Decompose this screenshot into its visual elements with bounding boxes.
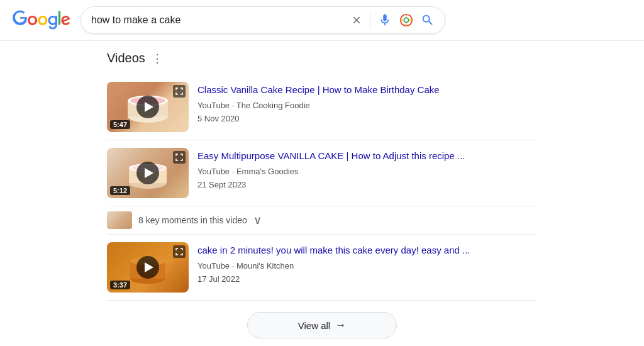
header: [0, 0, 644, 41]
play-button-2[interactable]: [136, 162, 159, 184]
video-list: 5:47 Classic Vanilla Cake Recipe | How t…: [107, 74, 537, 300]
svg-point-0: [404, 18, 408, 22]
expand-icon-2[interactable]: [173, 151, 186, 164]
video-meta-3: YouTube · Mouni's Kitchen 17 Jul 2022: [197, 260, 537, 286]
mic-icon: [378, 13, 392, 27]
clear-search-button[interactable]: [351, 14, 362, 26]
play-button-3[interactable]: [136, 256, 159, 279]
close-icon: [351, 14, 362, 26]
video-source-1: YouTube · The Cooking Foodie: [197, 101, 310, 110]
video-date-1: 5 Nov 2020: [197, 114, 240, 123]
play-button-1[interactable]: [136, 96, 159, 118]
duration-badge-3: 3:37: [110, 281, 130, 289]
video-title-1[interactable]: Classic Vanilla Cake Recipe | How to Mak…: [197, 84, 440, 95]
key-moments-chevron-icon[interactable]: ∨: [253, 213, 262, 227]
view-all-section: View all →: [107, 301, 537, 345]
main-content: Videos ⋮: [0, 41, 644, 345]
play-triangle-1: [145, 102, 153, 112]
search-bar-icons: [351, 13, 435, 28]
voice-search-button[interactable]: [378, 13, 392, 27]
video-item-2: 5:12 Easy Multipurpose VANILLA CAKE | Ho…: [107, 140, 537, 206]
video-info-2: Easy Multipurpose VANILLA CAKE | How to …: [197, 148, 537, 192]
video-item-3: 3:37 cake in 2 minutes! you will make th…: [107, 235, 537, 300]
view-all-arrow-icon: →: [335, 319, 346, 332]
more-options-button[interactable]: ⋮: [152, 52, 163, 65]
lens-icon: [399, 13, 413, 27]
search-divider: [370, 13, 370, 28]
google-logo[interactable]: [13, 10, 70, 30]
duration-badge-1: 5:47: [110, 120, 130, 129]
video-item-1: 5:47 Classic Vanilla Cake Recipe | How t…: [107, 74, 537, 140]
duration-badge-2: 5:12: [110, 186, 130, 195]
key-moments-thumbnail: [107, 211, 132, 229]
key-moments-text: 8 key moments in this video: [138, 215, 247, 225]
video-title-2[interactable]: Easy Multipurpose VANILLA CAKE | How to …: [197, 150, 465, 161]
video-source-2: YouTube · Emma's Goodies: [197, 167, 299, 176]
video-meta-1: YouTube · The Cooking Foodie 5 Nov 2020: [197, 99, 537, 126]
video-thumbnail-3[interactable]: 3:37: [107, 242, 189, 293]
video-title-3[interactable]: cake in 2 minutes! you will make this ca…: [197, 245, 470, 255]
video-date-3: 17 Jul 2022: [197, 274, 240, 284]
video-thumbnail-1[interactable]: 5:47: [107, 82, 189, 132]
play-triangle-2: [145, 168, 153, 178]
video-source-3: YouTube · Mouni's Kitchen: [197, 261, 294, 271]
search-bar[interactable]: [80, 6, 445, 34]
video-info-1: Classic Vanilla Cake Recipe | How to Mak…: [197, 82, 537, 126]
play-triangle-3: [145, 262, 153, 272]
video-meta-2: YouTube · Emma's Goodies 21 Sept 2023: [197, 165, 537, 192]
expand-icon-1[interactable]: [173, 85, 186, 98]
video-date-2: 21 Sept 2023: [197, 180, 246, 189]
section-header: Videos ⋮: [107, 51, 537, 65]
expand-icon-3[interactable]: [173, 245, 186, 258]
search-icon: [421, 13, 435, 27]
view-all-label: View all: [298, 320, 330, 331]
search-input[interactable]: [91, 14, 346, 26]
section-title: Videos: [107, 51, 145, 65]
video-thumbnail-2[interactable]: 5:12: [107, 148, 189, 198]
video-info-3: cake in 2 minutes! you will make this ca…: [197, 242, 537, 286]
key-moments-row: 8 key moments in this video ∨: [107, 206, 537, 235]
image-search-button[interactable]: [399, 13, 413, 27]
view-all-button[interactable]: View all →: [247, 312, 397, 338]
search-submit-button[interactable]: [421, 13, 435, 27]
